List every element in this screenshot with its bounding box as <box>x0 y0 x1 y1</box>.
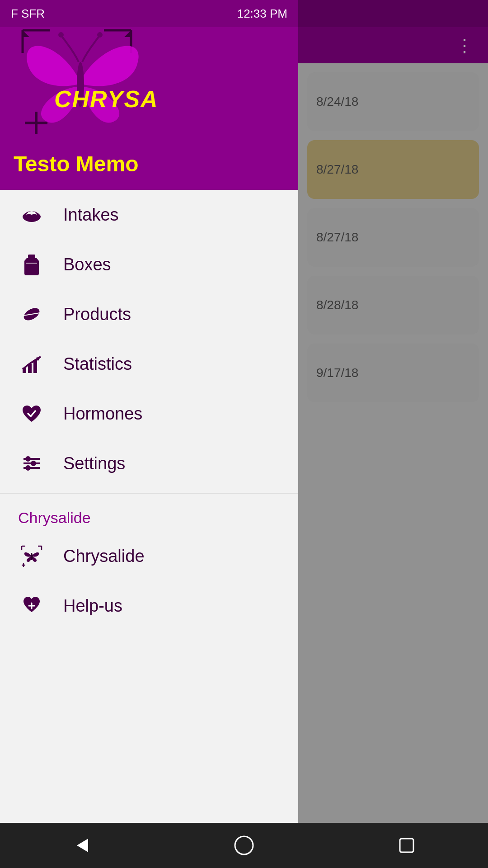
svg-point-10 <box>97 32 103 38</box>
chrysalide-section-label: Chrysalide <box>0 498 298 531</box>
hormones-label: Hormones <box>63 404 142 424</box>
heart-donate-svg <box>20 594 43 618</box>
drawer-header: F SFR 12:33 PM <box>0 0 298 190</box>
svg-marker-34 <box>77 839 88 852</box>
settings-icon <box>18 450 45 477</box>
lips-svg <box>20 203 43 226</box>
recents-square-icon <box>395 834 418 857</box>
menu-item-boxes[interactable]: Boxes <box>0 240 298 289</box>
svg-rect-36 <box>400 839 413 852</box>
svg-point-26 <box>25 465 31 471</box>
app-logo: CHRYSALIDE <box>14 17 158 143</box>
products-label: Products <box>63 305 131 324</box>
settings-label: Settings <box>63 454 125 473</box>
drawer-menu: Intakes Boxes <box>0 190 298 868</box>
menu-item-hormones[interactable]: Hormones <box>0 389 298 439</box>
time-label: 12:33 PM <box>237 7 287 21</box>
chrysalide-butterfly-svg <box>20 544 43 568</box>
screen: ⋮ 8/24/18 8/27/18 8/27/18 8/28/18 9/17/1… <box>0 0 488 868</box>
svg-point-22 <box>25 456 31 462</box>
svg-point-35 <box>235 836 253 854</box>
drawer-logo-area: CHRYSALIDE Testo Memo <box>14 17 285 176</box>
boxes-label: Boxes <box>63 255 111 274</box>
help-us-label: Help-us <box>63 596 122 616</box>
statistics-label: Statistics <box>63 354 132 374</box>
chrysalide-link-label: Chrysalide <box>63 547 145 566</box>
menu-item-statistics[interactable]: Statistics <box>0 339 298 389</box>
heart-donate-icon <box>18 592 45 619</box>
intakes-label: Intakes <box>63 205 119 225</box>
heart-check-svg <box>20 402 43 425</box>
svg-rect-19 <box>33 360 37 373</box>
menu-item-chrysalide[interactable]: Chrysalide <box>0 531 298 581</box>
back-arrow-icon <box>70 834 93 857</box>
settings-svg <box>20 452 43 475</box>
bottle-svg <box>20 253 43 276</box>
bottle-icon <box>18 251 45 278</box>
lips-icon <box>18 201 45 228</box>
chart-svg <box>20 352 43 376</box>
svg-rect-13 <box>26 263 37 264</box>
svg-point-24 <box>31 461 36 466</box>
chrysalide-butterfly-icon <box>18 542 45 570</box>
menu-item-products[interactable]: Products <box>0 289 298 339</box>
app-subtitle: Testo Memo <box>14 151 138 176</box>
navigation-drawer: F SFR 12:33 PM <box>0 0 298 868</box>
menu-item-settings[interactable]: Settings <box>0 439 298 488</box>
menu-divider <box>0 493 298 494</box>
home-button[interactable] <box>217 832 271 859</box>
menu-item-help-us[interactable]: Help-us <box>0 581 298 631</box>
svg-point-27 <box>31 553 33 560</box>
pill-icon <box>18 301 45 328</box>
svg-point-9 <box>58 32 64 38</box>
home-circle-icon <box>233 834 255 857</box>
chart-icon <box>18 350 45 377</box>
butterfly-logo-svg: CHRYSALIDE <box>14 17 158 143</box>
recents-button[interactable] <box>380 832 434 859</box>
pill-svg <box>20 302 43 326</box>
back-button[interactable] <box>54 832 108 859</box>
heart-check-icon <box>18 400 45 427</box>
svg-rect-12 <box>28 255 35 258</box>
menu-item-intakes[interactable]: Intakes <box>0 190 298 240</box>
svg-text:CHRYSALIDE: CHRYSALIDE <box>54 86 158 112</box>
nav-bar <box>0 823 488 868</box>
